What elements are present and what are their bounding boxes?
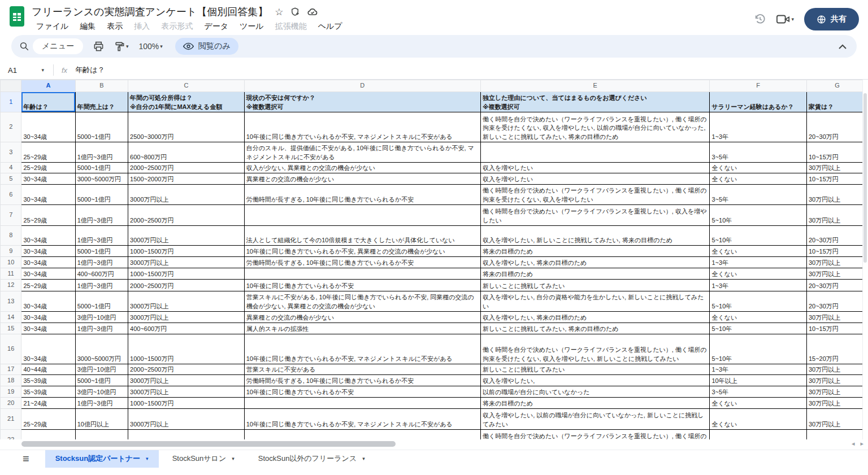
menu-tools[interactable]: ツール — [235, 20, 268, 33]
cell-B10[interactable]: 1億円~3億円 — [75, 257, 128, 268]
row-header-9[interactable]: 9 — [1, 246, 21, 257]
cell-F18[interactable]: 10年以上 — [710, 375, 806, 386]
cell-G4[interactable]: 30万円以上 — [806, 163, 867, 173]
cell-D3[interactable]: 自分のスキル、提供価値に不安がある, 10年後に同じ働き方でいられるか不安, マ… — [244, 142, 480, 163]
cell-C8[interactable]: 3000万円以上 — [128, 226, 245, 246]
cell-F5[interactable]: 全くない — [710, 173, 806, 185]
cell-E6[interactable]: 働く時間を自分で決めたい（ワークライフバランスを重視したい）, 働く場所の拘束を… — [480, 185, 710, 205]
cell-A13[interactable]: 30~34歳 — [21, 291, 75, 312]
cell-G7[interactable]: 30万円以上 — [806, 205, 867, 226]
row-header-15[interactable]: 15 — [1, 323, 21, 334]
cell-G9[interactable]: 10~15万円 — [806, 246, 867, 257]
row-header-4[interactable]: 4 — [1, 163, 21, 173]
col-header-C[interactable]: C — [128, 80, 245, 92]
cell-E15[interactable]: 新しいことに挑戦してみたい, 将来の目標のため — [480, 323, 710, 334]
cell-D8[interactable]: 法人として組織化して今の10倍規模まで大きくしたいが具体化していない — [244, 226, 480, 246]
row-header-16[interactable]: 16 — [1, 334, 21, 364]
cell-C12[interactable]: 2000~2500万円 — [128, 280, 245, 291]
print-icon[interactable] — [93, 41, 104, 52]
star-icon[interactable]: ☆ — [275, 6, 283, 18]
cell-F15[interactable]: 5~10年 — [710, 323, 806, 334]
sheet-tab-0[interactable]: Stocksun認定パートナー▾ — [45, 450, 159, 468]
cell-B8[interactable]: 1億円~3億円 — [75, 226, 128, 246]
cell-E11[interactable]: 将来の目標のため — [480, 268, 710, 280]
cell-D9[interactable]: 10年後に同じ働き方でいられるか不安, 異業種との交流の機会が少ない — [244, 246, 480, 257]
cell-A3[interactable]: 25~29歳 — [21, 142, 75, 163]
cell-E22[interactable]: 働く時間を自分で決めたい（ワークライフバランスを重視したい）, 働く場所の拘束を… — [480, 430, 710, 440]
paint-format-icon[interactable]: ▾ — [114, 41, 129, 52]
cell-C19[interactable]: 3000万円以上 — [128, 386, 245, 398]
row-header-14[interactable]: 14 — [1, 312, 21, 323]
cell-C10[interactable]: 3000万円以上 — [128, 257, 245, 268]
row-header-22[interactable]: 22 — [1, 430, 21, 440]
row-header-13[interactable]: 13 — [1, 291, 21, 312]
row-header-8[interactable]: 8 — [1, 226, 21, 246]
cell-A16[interactable]: 30~34歳 — [21, 334, 75, 364]
cell-A2[interactable]: 30~34歳 — [21, 112, 75, 142]
cell-C1[interactable]: 年間の可処分所得は？ ※自分の1年間にMAX使える金額 — [128, 92, 245, 112]
cell-D1[interactable]: 現状の不安は何ですか？ ※複数選択可 — [244, 92, 480, 112]
cell-E5[interactable]: 収入を増やしたい — [480, 173, 710, 185]
cell-F3[interactable]: 3~5年 — [710, 142, 806, 163]
cell-F6[interactable]: 3~5年 — [710, 185, 806, 205]
cell-D5[interactable]: 異業種との交流の機会が少ない — [244, 173, 480, 185]
row-header-1[interactable]: 1 — [1, 92, 21, 112]
menus-search-input[interactable]: メニュー — [33, 38, 83, 54]
col-header-B[interactable]: B — [75, 80, 128, 92]
col-header-F[interactable]: F — [710, 80, 806, 92]
cell-C20[interactable]: 1000~1500万円 — [128, 398, 245, 409]
cell-A9[interactable]: 30~34歳 — [21, 246, 75, 257]
cell-E14[interactable]: 収入を増やしたい, 将来の目標のため — [480, 312, 710, 323]
cell-F17[interactable]: 1~3年 — [710, 364, 806, 375]
cell-F8[interactable]: 5~10年 — [710, 226, 806, 246]
menu-view[interactable]: 表示 — [102, 20, 127, 33]
row-header-2[interactable]: 2 — [1, 112, 21, 142]
cell-D14[interactable]: 異業種との交流の機会が少ない — [244, 312, 480, 323]
cell-D2[interactable]: 10年後に同じ働き方でいられるか不安, マネジメントスキルに不安がある — [244, 112, 480, 142]
cell-A18[interactable]: 35~39歳 — [21, 375, 75, 386]
cell-F20[interactable]: 全くない — [710, 398, 806, 409]
cell-D7[interactable] — [244, 205, 480, 226]
menu-data[interactable]: データ — [199, 20, 233, 33]
cell-G20[interactable]: 30万円以上 — [806, 398, 867, 409]
cell-E1[interactable]: 独立した理由について、当てはまるものをお選びください ※複数選択可 — [480, 92, 710, 112]
cell-A1[interactable]: 年齢は？ — [21, 92, 75, 112]
cell-E3[interactable] — [480, 142, 710, 163]
all-sheets-icon[interactable]: ≡ — [23, 452, 29, 465]
cell-E7[interactable]: 働く時間を自分で決めたい（ワークライフバランスを重視したい）, 収入を増やしたい — [480, 205, 710, 226]
cell-G2[interactable]: 20~30万円 — [806, 112, 867, 142]
cell-C18[interactable]: 3000万円以上 — [128, 375, 245, 386]
cell-F16[interactable]: 5~10年 — [710, 334, 806, 364]
cell-G10[interactable]: 30万円以上 — [806, 257, 867, 268]
cell-A11[interactable]: 30~34歳 — [21, 268, 75, 280]
cell-E9[interactable]: 将来の目標のため — [480, 246, 710, 257]
row-header-11[interactable]: 11 — [1, 268, 21, 280]
scroll-left-icon[interactable]: ◂ — [852, 440, 855, 447]
cell-D21[interactable]: 10年後に同じ働き方でいられるか不安, マネジメントスキルに不安がある — [244, 409, 480, 430]
row-header-20[interactable]: 20 — [1, 398, 21, 409]
formula-input[interactable]: 年齢は？ — [75, 65, 105, 75]
cell-E12[interactable]: 新しいことに挑戦してみたい — [480, 280, 710, 291]
cell-F7[interactable]: 5~10年 — [710, 205, 806, 226]
row-header-10[interactable]: 10 — [1, 257, 21, 268]
cell-F2[interactable]: 1~3年 — [710, 112, 806, 142]
sheet-tab-1[interactable]: StockSunサロン▾ — [162, 450, 245, 468]
cell-E10[interactable]: 収入を増やしたい, 将来の目標のため — [480, 257, 710, 268]
doc-title[interactable]: フリーランスの実態調査アンケート【個別回答集】 — [32, 5, 268, 19]
cell-F19[interactable]: 3~5年 — [710, 386, 806, 398]
cell-C2[interactable]: 2500~3000万円 — [128, 112, 245, 142]
horizontal-scrollbar[interactable] — [21, 441, 396, 447]
cell-B19[interactable]: 3億円~10億円 — [75, 386, 128, 398]
cell-G19[interactable]: 30万円以上 — [806, 386, 867, 398]
cell-F22[interactable]: 1~3年 — [710, 430, 806, 440]
row-header-12[interactable]: 12 — [1, 280, 21, 291]
cell-D17[interactable]: 営業スキルに不安がある — [244, 364, 480, 375]
cell-C15[interactable]: 400~600万円 — [128, 323, 245, 334]
cell-D20[interactable] — [244, 398, 480, 409]
cell-C17[interactable]: 2000~2500万円 — [128, 364, 245, 375]
cell-A19[interactable]: 35~39歳 — [21, 386, 75, 398]
sheet-tab-2[interactable]: StockSun以外のフリーランス▾ — [248, 450, 375, 468]
row-header-17[interactable]: 17 — [1, 364, 21, 375]
cell-G12[interactable]: 20~30万円 — [806, 280, 867, 291]
cell-A17[interactable]: 40~44歳 — [21, 364, 75, 375]
